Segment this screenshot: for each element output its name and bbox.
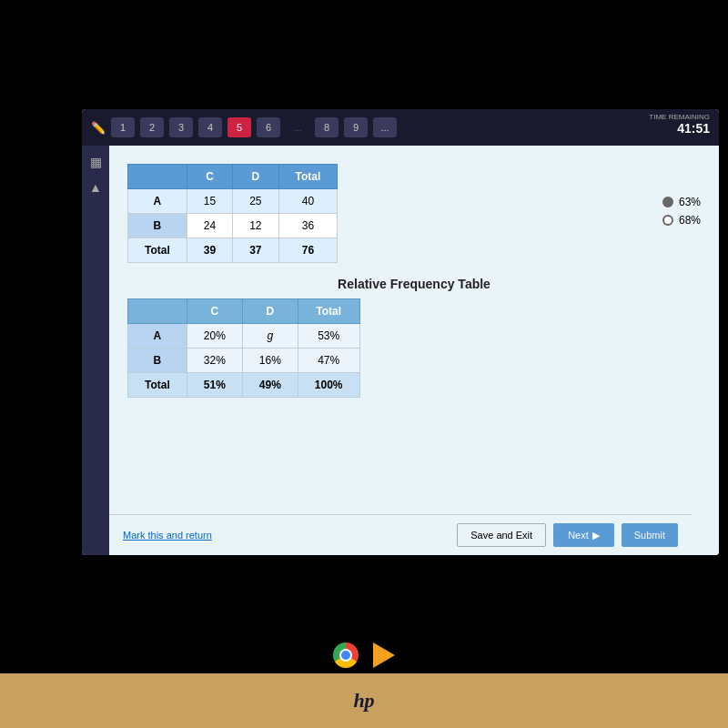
rel-row-total-c: 51% [187,373,242,398]
freq-row-a-c: 15 [187,189,232,214]
freq-row-b-d: 12 [233,214,278,238]
nav-btn-more[interactable]: ... [373,117,397,137]
nav-btn-9[interactable]: 9 [344,117,368,137]
nav-btn-5[interactable]: 5 [228,117,251,137]
relative-table: C D Total A 20% g 53% B 32% 16 [127,298,360,398]
option-item-1[interactable]: 63% [662,196,701,208]
freq-row-a: A 15 25 40 [128,189,338,214]
rel-row-total-total: 100% [298,373,359,398]
rel-row-a-c: 20% [187,324,242,349]
timer-label: TIME REMAINING [649,113,710,121]
chrome-icon[interactable] [333,642,359,668]
taskbar [0,637,728,673]
rel-row-b-c: 32% [187,349,242,373]
pencil-icon[interactable]: ✏️ [91,121,106,135]
frequency-table-section: C D Total A 15 25 40 B 24 12 [127,164,701,263]
freq-row-total-label: Total [128,238,187,263]
table-icon[interactable]: ▦ [90,155,102,169]
nav-btn-6[interactable]: 6 [257,117,280,137]
freq-header-total: Total [278,165,338,189]
toolbar: ✏️ 1 2 3 4 5 6 ... 8 9 ... TIME REMAININ… [82,109,719,146]
next-arrow-icon: ▶ [592,530,600,541]
rel-header-total: Total [298,299,359,324]
sidebar: ▦ ▲ [82,146,109,555]
mark-return-link[interactable]: Mark this and return [123,530,212,541]
freq-row-total-total: 76 [278,238,338,263]
bottom-bar: Mark this and return Save and Exit Next … [109,514,692,555]
rel-row-b-total: 47% [298,349,359,373]
screen: ✏️ 1 2 3 4 5 6 ... 8 9 ... TIME REMAININ… [82,109,719,555]
rel-row-b: B 32% 16% 47% [128,349,360,373]
freq-row-total: Total 39 37 76 [128,238,338,263]
rel-row-b-d: 16% [242,349,298,373]
rel-header-d: D [242,299,298,324]
freq-row-b: B 24 12 36 [128,214,338,238]
option-label-2: 68% [679,214,701,227]
save-exit-button[interactable]: Save and Exit [457,523,546,547]
toolbar-left: ✏️ 1 2 3 4 5 6 ... 8 9 ... [91,117,710,137]
rel-row-a-d: g [242,324,298,349]
hp-bar: hp [0,673,728,728]
freq-row-b-total: 36 [278,214,338,238]
options-panel: 63% 68% [662,196,701,227]
relative-table-title: Relative Frequency Table [127,277,701,291]
freq-row-total-c: 39 [187,238,232,263]
rel-row-a-label: A [128,324,187,349]
freq-row-a-total: 40 [278,189,338,214]
freq-header-blank [128,165,187,189]
freq-row-a-label: A [128,189,187,214]
timer-value: 41:51 [649,121,710,136]
option-label-1: 63% [679,196,701,208]
rel-row-total-label: Total [128,373,187,398]
hp-logo: hp [353,689,374,713]
freq-row-total-d: 37 [233,238,278,263]
nav-btn-2[interactable]: 2 [140,117,164,137]
nav-btn-sep1: ... [286,117,309,137]
rel-row-total: Total 51% 49% 100% [128,373,360,398]
timer: TIME REMAINING 41:51 [649,113,710,136]
freq-header-d: D [233,165,278,189]
forward-arrow-icon[interactable] [373,642,395,668]
bottom-buttons: Save and Exit Next ▶ Submit [457,523,678,547]
radio-dot-2[interactable] [662,215,673,226]
radio-dot-1[interactable] [662,197,673,207]
freq-header-c: C [187,165,232,189]
relative-table-section: Relative Frequency Table C D Total A 20%… [127,277,701,398]
nav-btn-4[interactable]: 4 [198,117,222,137]
main-content: 63% 68% C D Total [109,146,719,555]
arrow-up-icon[interactable]: ▲ [89,180,102,195]
option-item-2[interactable]: 68% [662,214,701,227]
rel-row-total-d: 49% [242,373,298,398]
frequency-table: C D Total A 15 25 40 B 24 12 [127,164,338,263]
next-button[interactable]: Next ▶ [553,523,614,547]
nav-btn-3[interactable]: 3 [169,117,193,137]
nav-btn-1[interactable]: 1 [111,117,135,137]
rel-header-c: C [187,299,242,324]
rel-header-blank [128,299,187,324]
freq-row-b-label: B [128,214,187,238]
freq-row-a-d: 25 [233,189,278,214]
submit-button[interactable]: Submit [622,523,678,547]
rel-row-a: A 20% g 53% [128,324,360,349]
nav-btn-8[interactable]: 8 [315,117,339,137]
rel-row-b-label: B [128,349,187,373]
rel-row-a-total: 53% [298,324,359,349]
freq-row-b-c: 24 [187,214,232,238]
